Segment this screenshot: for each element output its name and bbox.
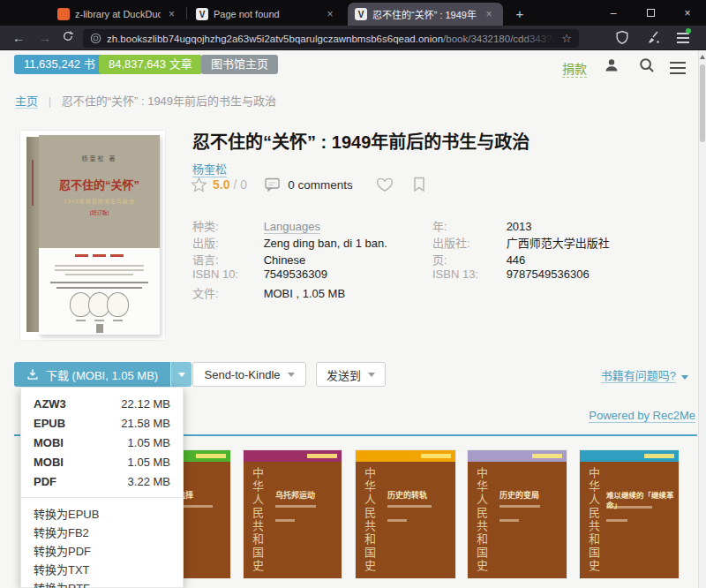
breadcrumb-home-link[interactable]: 主页 — [15, 94, 38, 109]
scroll-up-arrow[interactable] — [700, 55, 705, 59]
download-formats-menu: AZW3 22.12 MB EPUB 21.58 MB MOBI 1.05 MB… — [20, 388, 184, 588]
maximize-button[interactable] — [632, 0, 669, 26]
new-tab-button[interactable]: + — [508, 4, 531, 25]
browser-toolbar: ← → zh.bookszlibb74ugqojhzhg2a63w5i2atv5… — [0, 26, 706, 50]
book-spine — [26, 137, 39, 332]
save-bookmark-icon[interactable] — [413, 177, 425, 192]
library-home-badge[interactable]: 图书馆主页 — [201, 55, 278, 74]
detail-label: 种类: — [192, 217, 260, 234]
cover-title: 历史的变局 — [499, 491, 563, 501]
chevron-down-icon — [368, 373, 375, 377]
tab-title: z-library at DuckDuckGo — [75, 9, 161, 19]
tab-title: Page not found — [214, 9, 280, 19]
format-option-azw3[interactable]: AZW3 22.12 MB — [21, 394, 183, 413]
url-fade — [521, 34, 556, 44]
report-issue-link[interactable]: 书籍有问题吗? — [601, 369, 676, 383]
convert-to-fb2[interactable]: 转换为FB2 — [21, 523, 183, 541]
detail-row: 种类: Languages — [192, 217, 320, 234]
detail-value: 2013 — [507, 220, 532, 233]
book-cover-image[interactable]: 杨奎松 著 忍不住的“关怀” 1949年前后的书生与政治 [增订版] — [19, 130, 166, 341]
recommended-book-cover[interactable]: 中华人民共和国史 历史的转轨 — [356, 450, 455, 578]
send-to-kindle-button[interactable]: Send-to-Kindle — [192, 362, 306, 387]
format-option-epub[interactable]: EPUB 21.58 MB — [21, 413, 183, 433]
recommended-book-cover[interactable]: 中华人民共和国史 乌托邦运动 — [244, 450, 342, 578]
series-title: 中华人民共和国史 — [585, 467, 602, 573]
menu-separator — [21, 497, 183, 498]
tab-close-icon[interactable]: × — [323, 8, 337, 20]
page-title: 忍不住的“关怀” : 1949年前后的书生与政治 — [192, 128, 687, 154]
convert-to-epub[interactable]: 转换为EPUB — [21, 504, 183, 523]
book-cover-render: 杨奎松 著 忍不住的“关怀” 1949年前后的书生与政治 [增订版] — [26, 135, 160, 336]
books-count-badge[interactable]: 11,635,242 书 — [14, 55, 105, 74]
donate-link[interactable]: 捐款 — [562, 59, 587, 78]
convert-to-txt[interactable]: 转换为TXT — [21, 560, 183, 578]
browser-menu-icon[interactable] — [675, 30, 691, 46]
format-name: AZW3 — [34, 397, 66, 411]
window-controls: – × — [595, 0, 706, 26]
articles-count-badge[interactable]: 84,837,643 文章 — [99, 55, 202, 74]
format-option-pdf[interactable]: PDF 3.22 MB — [21, 471, 183, 491]
detail-label: ISBN 13: — [432, 268, 503, 281]
cover-edition: [增订版] — [39, 208, 160, 216]
tab-page-not-found[interactable]: V Page not found × — [189, 3, 344, 26]
zlibrary-favicon: V — [355, 8, 367, 20]
format-option-mobi-2[interactable]: MOBI 1.05 MB — [21, 452, 183, 471]
back-button[interactable]: ← — [11, 30, 26, 46]
tab-book-page[interactable]: V 忍不住的“关怀” : 1949年前后的 × — [348, 3, 503, 26]
site-menu-icon[interactable] — [670, 58, 686, 78]
tab-bar: z-library at DuckDuckGo × V Page not fou… — [0, 0, 706, 26]
download-button[interactable]: 下载 (MOBI, 1.05 MB) — [14, 362, 170, 387]
detail-value: 9787549536306 — [507, 268, 590, 281]
format-size: 3.22 MB — [128, 475, 170, 488]
detail-value: MOBI , 1.05 MB — [264, 287, 345, 300]
scrollbar-thumb[interactable] — [700, 64, 705, 142]
convert-to-rtf[interactable]: 转换为RTF — [21, 578, 183, 588]
close-window-button[interactable]: × — [669, 0, 706, 26]
cover-band — [468, 450, 567, 462]
powered-by-link[interactable]: Powered by Rec2Me — [589, 409, 695, 423]
shield-icon[interactable] — [615, 30, 631, 46]
forward-button[interactable]: → — [37, 30, 53, 46]
favorite-heart-icon[interactable] — [376, 177, 394, 192]
site-info-icon[interactable] — [90, 33, 101, 44]
convert-to-pdf[interactable]: 转换为PDF — [21, 541, 183, 560]
breadcrumb-current: 忍不住的“关怀” : 1949年前后的书生与政治 — [62, 94, 276, 108]
detail-value: Zeng ding ban, di 1 ban. — [264, 237, 387, 250]
detail-label: 语言: — [192, 251, 260, 268]
reload-button[interactable] — [62, 30, 78, 46]
minimize-button[interactable]: – — [595, 0, 632, 26]
cover-title: 历史的转轨 — [387, 491, 451, 501]
categories-link[interactable]: Languages — [264, 220, 320, 234]
bookmark-star-icon[interactable]: ☆ — [561, 32, 572, 45]
rating-count: 0 — [240, 177, 247, 192]
duckduckgo-icon — [57, 8, 70, 20]
broom-icon[interactable] — [645, 30, 661, 46]
cover-title: 忍不住的“关怀” — [39, 176, 160, 192]
search-icon[interactable] — [638, 57, 656, 74]
maximize-icon — [647, 9, 655, 17]
detail-label: 年: — [432, 217, 503, 234]
address-bar[interactable]: zh.bookszlibb74ugqojhzhg2a63w5i2atv5bqar… — [83, 29, 579, 48]
download-split-button: 下载 (MOBI, 1.05 MB) — [14, 362, 192, 387]
profile-icon[interactable] — [603, 57, 620, 74]
tab-title: 忍不住的“关怀” : 1949年前后的 — [372, 7, 477, 21]
download-formats-toggle[interactable] — [170, 362, 192, 387]
recommended-book-cover[interactable]: 中华人民共和国史 历史的变局 — [468, 450, 567, 578]
comments-icon[interactable] — [265, 177, 281, 192]
series-title: 中华人民共和国史 — [361, 467, 378, 573]
recommended-book-cover[interactable]: 中华人民共和国史 难以继续的「继续革命」 — [580, 450, 679, 578]
page-scrollbar[interactable] — [698, 50, 706, 588]
detail-row: 出版: Zeng ding ban, di 1 ban. — [192, 234, 387, 251]
url-text: zh.bookszlibb74ugqojhzhg2a63w5i2atv5bqar… — [107, 34, 556, 44]
cover-band — [580, 450, 679, 462]
tab-duckduckgo[interactable]: z-library at DuckDuckGo × — [50, 3, 184, 26]
tab-close-icon[interactable]: × — [482, 8, 496, 20]
tab-close-icon[interactable]: × — [166, 8, 177, 20]
series-title: 中华人民共和国史 — [473, 467, 490, 573]
format-option-mobi[interactable]: MOBI 1.05 MB — [21, 433, 183, 452]
comments-count[interactable]: 0 comments — [288, 178, 353, 192]
author-link[interactable]: 杨奎松 — [192, 160, 227, 177]
send-to-button[interactable]: 发送到 — [316, 362, 386, 387]
chevron-down-icon — [681, 375, 688, 380]
rating-star-icon[interactable] — [191, 177, 207, 192]
